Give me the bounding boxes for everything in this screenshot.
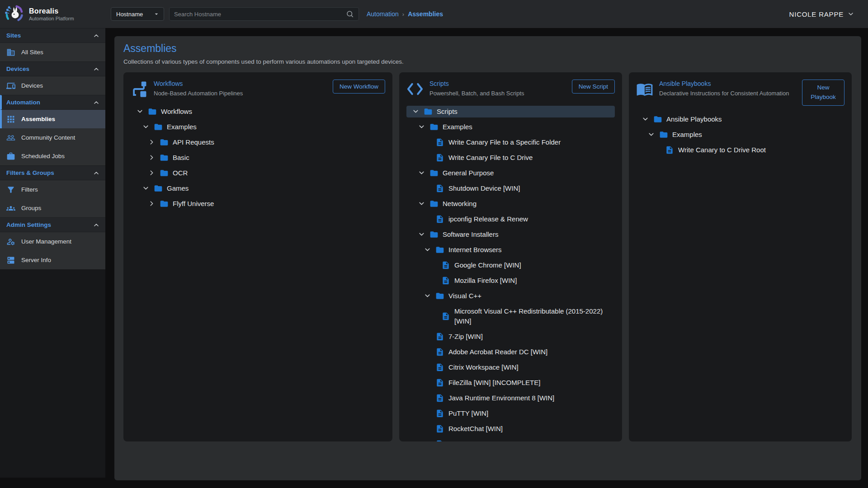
tree-item-rocketchat-win[interactable]: RocketChat [WIN]: [406, 423, 615, 435]
chevron-spacer: [424, 138, 435, 146]
chevron-right-icon[interactable]: [148, 154, 160, 162]
sidebar-item-groups[interactable]: Groups: [0, 199, 105, 217]
book-icon: [636, 80, 653, 98]
search-input[interactable]: [174, 11, 346, 18]
chevron-down-icon[interactable]: [142, 184, 154, 192]
breadcrumb-automation[interactable]: Automation: [367, 10, 399, 18]
tree-item-workflows[interactable]: Workflows: [131, 106, 385, 117]
chevron-down-icon[interactable]: [136, 108, 148, 116]
tree-item-label: ipconfig Release & Renew: [448, 214, 528, 224]
tree-item-label: Java Runtime Environment 8 [WIN]: [448, 393, 554, 403]
server-icon: [6, 256, 15, 265]
sidebar-section-header-automation[interactable]: Automation: [0, 95, 105, 110]
chevron-down-icon[interactable]: [418, 169, 429, 177]
chevron-down-icon[interactable]: [418, 230, 429, 239]
breadcrumb-assemblies[interactable]: Assemblies: [408, 10, 443, 18]
chevron-down-icon[interactable]: [412, 108, 424, 116]
tree-item-examples[interactable]: Examples: [131, 121, 385, 133]
sidebar-item-label: All Sites: [21, 49, 43, 56]
folder-icon: [429, 169, 439, 178]
tree-item-basic[interactable]: Basic: [131, 152, 385, 164]
sidebar-item-scheduled-jobs[interactable]: Scheduled Jobs: [0, 147, 105, 165]
tree-item-api-requests[interactable]: API Requests: [131, 136, 385, 148]
tree-item-putty-win[interactable]: PuTTY [WIN]: [406, 408, 615, 419]
panel-title: Scripts: [429, 80, 567, 87]
folder-icon: [160, 153, 169, 162]
tree-item-examples[interactable]: Examples: [636, 129, 844, 141]
chevron-down-icon[interactable]: [642, 115, 653, 123]
tree-item-mozilla-firefox-win[interactable]: Mozilla Firefox [WIN]: [406, 275, 615, 286]
tree-item-shutdown-device-win[interactable]: Shutdown Device [WIN]: [406, 183, 615, 194]
folder-icon: [160, 169, 169, 178]
chevron-down-icon[interactable]: [418, 123, 429, 131]
tree-item-internet-browsers[interactable]: Internet Browsers: [406, 244, 615, 256]
tree-item-microsoft-visual-c-redistributable-2015-2022-win[interactable]: Microsoft Visual C++ Redistributable (20…: [406, 305, 615, 327]
sidebar-item-user-management[interactable]: User Management: [0, 232, 105, 251]
tree-item-flyff-universe[interactable]: Flyff Universe: [131, 198, 385, 210]
tree-item-ipconfig-release-renew[interactable]: ipconfig Release & Renew: [406, 213, 615, 225]
chevron-right-icon[interactable]: [148, 169, 160, 177]
sidebar-item-server-info[interactable]: Server Info: [0, 251, 105, 269]
chevron-up-icon: [93, 169, 100, 177]
new-playbook-button[interactable]: New Playbook: [802, 80, 844, 106]
chevron-spacer: [424, 348, 435, 356]
sidebar-section-header-filters-groups[interactable]: Filters & Groups: [0, 165, 105, 180]
tree-item-general-purpose[interactable]: General Purpose: [406, 167, 615, 179]
tree-item-write-canary-to-c-drive-root[interactable]: Write Canary to C Drive Root: [636, 144, 844, 156]
chevron-down-icon[interactable]: [418, 200, 429, 208]
tree-item-label: Basic: [173, 153, 189, 163]
tree-item-games[interactable]: Games: [131, 183, 385, 194]
tree-item-adobe-acrobat-reader-dc-win[interactable]: Adobe Acrobat Reader DC [WIN]: [406, 346, 615, 358]
building-icon: [6, 48, 15, 57]
chevron-down-icon[interactable]: [424, 246, 435, 254]
chevron-down-icon[interactable]: [142, 123, 154, 131]
tree-item-7-zip-win[interactable]: 7-Zip [WIN]: [406, 331, 615, 343]
tree-item-label: Ansible Playbooks: [666, 114, 722, 124]
sidebar-item-community-content[interactable]: Community Content: [0, 128, 105, 147]
chevron-down-icon[interactable]: [647, 131, 659, 139]
folder-icon: [653, 115, 662, 124]
file-icon: [435, 394, 444, 403]
folder-icon: [148, 107, 157, 116]
new-workflow-button[interactable]: New Workflow: [333, 80, 385, 94]
sidebar-section-label: Filters & Groups: [6, 169, 93, 176]
search-icon[interactable]: [346, 10, 354, 18]
tree-item-label: 7-Zip [WIN]: [448, 332, 483, 342]
chevron-right-icon[interactable]: [148, 200, 160, 208]
sidebar-item-filters[interactable]: Filters: [0, 180, 105, 199]
tree-item-scripts[interactable]: Scripts: [406, 106, 615, 117]
sidebar-section-admin-settings: Admin SettingsUser ManagementServer Info: [0, 217, 105, 269]
tree-item-networking[interactable]: Networking: [406, 198, 615, 210]
people-outline-icon: [6, 133, 15, 142]
hostname-select[interactable]: Hostname: [111, 7, 164, 21]
tree-item-citrix-workspace-win[interactable]: Citrix Workspace [WIN]: [406, 361, 615, 373]
tree-item-ansible-playbooks[interactable]: Ansible Playbooks: [636, 113, 844, 125]
tree-item-examples[interactable]: Examples: [406, 121, 615, 133]
tree-item-visual-c[interactable]: Visual C++: [406, 290, 615, 302]
tree-item-google-chrome-win[interactable]: Google Chrome [WIN]: [406, 259, 615, 271]
sidebar-item-label: Devices: [21, 82, 43, 89]
sidebar-item-all-sites[interactable]: All Sites: [0, 43, 105, 61]
sidebar-item-assemblies[interactable]: Assemblies: [0, 110, 105, 128]
chevron-right-icon[interactable]: [148, 138, 160, 146]
tree-item-ocr[interactable]: OCR: [131, 167, 385, 179]
tree-item-vlc-media-player-win[interactable]: VLC Media Player [WIN]: [406, 438, 615, 441]
sidebar-item-devices[interactable]: Devices: [0, 76, 105, 95]
user-menu[interactable]: NICOLE RAPPE: [789, 10, 854, 18]
tree-item-write-canary-file-to-a-specific-folder[interactable]: Write Canary File to a Specific Folder: [406, 136, 615, 148]
sidebar-section-header-devices[interactable]: Devices: [0, 61, 105, 76]
tree-item-java-runtime-environment-8-win[interactable]: Java Runtime Environment 8 [WIN]: [406, 392, 615, 404]
sidebar-section-header-sites[interactable]: Sites: [0, 28, 105, 43]
chevron-down-icon[interactable]: [424, 292, 435, 300]
tree-item-software-installers[interactable]: Software Installers: [406, 229, 615, 240]
new-script-button[interactable]: New Script: [572, 80, 615, 94]
tree-item-label: General Purpose: [443, 168, 494, 178]
tree-item-filezilla-win-incomplete[interactable]: FileZilla [WIN] [INCOMPLETE]: [406, 377, 615, 389]
sidebar-section-header-admin-settings[interactable]: Admin Settings: [0, 217, 105, 232]
chevron-spacer: [424, 379, 435, 387]
file-icon: [435, 138, 444, 147]
tree-item-write-canary-file-to-c-drive[interactable]: Write Canary File to C Drive: [406, 152, 615, 164]
tree-scripts: ScriptsExamplesWrite Canary File to a Sp…: [406, 106, 615, 441]
caret-down-icon: [153, 10, 160, 18]
code-icon: [406, 80, 424, 98]
